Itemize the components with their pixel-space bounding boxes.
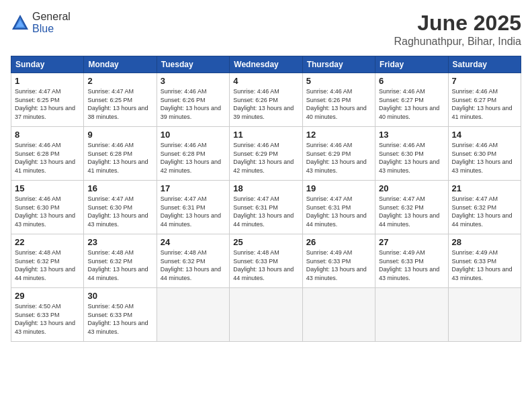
table-cell: 2 Sunrise: 4:47 AMSunset: 6:25 PMDayligh…	[84, 73, 157, 127]
day-number: 9	[87, 130, 152, 140]
day-number: 28	[452, 237, 517, 247]
table-cell: 23 Sunrise: 4:48 AMSunset: 6:32 PMDaylig…	[84, 234, 157, 288]
table-cell: 8 Sunrise: 4:46 AMSunset: 6:28 PMDayligh…	[11, 127, 84, 181]
day-number: 4	[233, 76, 298, 86]
col-saturday: Saturday	[448, 56, 521, 73]
logo-text: General Blue	[32, 11, 71, 35]
table-cell: 28 Sunrise: 4:49 AMSunset: 6:33 PMDaylig…	[448, 234, 521, 288]
col-tuesday: Tuesday	[157, 56, 229, 73]
day-info: Sunrise: 4:46 AMSunset: 6:28 PMDaylight:…	[87, 142, 148, 174]
day-info: Sunrise: 4:47 AMSunset: 6:31 PMDaylight:…	[161, 195, 221, 228]
day-info: Sunrise: 4:46 AMSunset: 6:26 PMDaylight:…	[161, 88, 221, 120]
day-info: Sunrise: 4:47 AMSunset: 6:32 PMDaylight:…	[379, 195, 439, 228]
title-block: June 2025 Raghunathpur, Bihar, India	[394, 11, 521, 48]
day-info: Sunrise: 4:49 AMSunset: 6:33 PMDaylight:…	[306, 249, 367, 281]
day-number: 2	[87, 76, 152, 86]
day-info: Sunrise: 4:50 AMSunset: 6:33 PMDaylight:…	[15, 303, 75, 335]
day-number: 15	[15, 183, 80, 193]
day-info: Sunrise: 4:46 AMSunset: 6:26 PMDaylight:…	[233, 88, 294, 120]
day-number: 3	[161, 76, 226, 86]
table-cell: 5 Sunrise: 4:46 AMSunset: 6:26 PMDayligh…	[302, 73, 375, 127]
col-wednesday: Wednesday	[230, 56, 302, 73]
day-info: Sunrise: 4:49 AMSunset: 6:33 PMDaylight:…	[379, 249, 439, 281]
table-cell: 12 Sunrise: 4:46 AMSunset: 6:29 PMDaylig…	[302, 127, 375, 181]
table-cell: 13 Sunrise: 4:46 AMSunset: 6:30 PMDaylig…	[375, 127, 448, 181]
day-info: Sunrise: 4:47 AMSunset: 6:25 PMDaylight:…	[15, 88, 75, 120]
table-cell: 7 Sunrise: 4:46 AMSunset: 6:27 PMDayligh…	[448, 73, 521, 127]
day-number: 26	[306, 237, 371, 247]
day-info: Sunrise: 4:46 AMSunset: 6:27 PMDaylight:…	[379, 88, 439, 120]
table-cell: 10 Sunrise: 4:46 AMSunset: 6:28 PMDaylig…	[157, 127, 229, 181]
table-cell: 22 Sunrise: 4:48 AMSunset: 6:32 PMDaylig…	[11, 234, 84, 288]
day-info: Sunrise: 4:48 AMSunset: 6:32 PMDaylight:…	[161, 249, 221, 281]
day-info: Sunrise: 4:46 AMSunset: 6:26 PMDaylight:…	[306, 88, 367, 120]
table-cell: 19 Sunrise: 4:47 AMSunset: 6:31 PMDaylig…	[302, 181, 375, 234]
day-number: 24	[161, 237, 226, 247]
day-info: Sunrise: 4:47 AMSunset: 6:32 PMDaylight:…	[452, 195, 513, 228]
day-info: Sunrise: 4:46 AMSunset: 6:28 PMDaylight:…	[161, 142, 221, 174]
logo-icon	[11, 13, 30, 32]
table-cell: 24 Sunrise: 4:48 AMSunset: 6:32 PMDaylig…	[157, 234, 229, 288]
day-info: Sunrise: 4:46 AMSunset: 6:27 PMDaylight:…	[452, 88, 513, 120]
day-info: Sunrise: 4:46 AMSunset: 6:30 PMDaylight:…	[452, 142, 513, 174]
table-cell: 29 Sunrise: 4:50 AMSunset: 6:33 PMDaylig…	[11, 288, 84, 342]
table-cell: 30 Sunrise: 4:50 AMSunset: 6:33 PMDaylig…	[84, 288, 157, 342]
table-cell: 20 Sunrise: 4:47 AMSunset: 6:32 PMDaylig…	[375, 181, 448, 234]
table-cell	[448, 288, 521, 342]
day-number: 19	[306, 183, 371, 193]
table-row: 15 Sunrise: 4:46 AMSunset: 6:30 PMDaylig…	[11, 181, 521, 234]
day-number: 29	[15, 291, 80, 301]
table-cell: 25 Sunrise: 4:48 AMSunset: 6:33 PMDaylig…	[230, 234, 302, 288]
day-info: Sunrise: 4:48 AMSunset: 6:32 PMDaylight:…	[15, 249, 75, 281]
header-row: Sunday Monday Tuesday Wednesday Thursday…	[11, 56, 521, 73]
calendar-page: General Blue June 2025 Raghunathpur, Bih…	[0, 0, 532, 411]
table-cell: 26 Sunrise: 4:49 AMSunset: 6:33 PMDaylig…	[302, 234, 375, 288]
table-row: 29 Sunrise: 4:50 AMSunset: 6:33 PMDaylig…	[11, 288, 521, 342]
day-info: Sunrise: 4:48 AMSunset: 6:33 PMDaylight:…	[233, 249, 294, 281]
col-monday: Monday	[84, 56, 157, 73]
day-info: Sunrise: 4:48 AMSunset: 6:32 PMDaylight:…	[87, 249, 148, 281]
table-cell: 17 Sunrise: 4:47 AMSunset: 6:31 PMDaylig…	[157, 181, 229, 234]
day-number: 11	[233, 130, 298, 140]
day-info: Sunrise: 4:47 AMSunset: 6:25 PMDaylight:…	[87, 88, 148, 120]
table-cell: 15 Sunrise: 4:46 AMSunset: 6:30 PMDaylig…	[11, 181, 84, 234]
header: General Blue June 2025 Raghunathpur, Bih…	[11, 11, 521, 48]
day-info: Sunrise: 4:46 AMSunset: 6:30 PMDaylight:…	[15, 195, 75, 228]
table-cell: 11 Sunrise: 4:46 AMSunset: 6:29 PMDaylig…	[230, 127, 302, 181]
table-row: 22 Sunrise: 4:48 AMSunset: 6:32 PMDaylig…	[11, 234, 521, 288]
day-number: 13	[379, 130, 444, 140]
day-number: 27	[379, 237, 444, 247]
location: Raghunathpur, Bihar, India	[394, 36, 521, 48]
table-cell	[230, 288, 302, 342]
day-number: 8	[15, 130, 80, 140]
table-cell	[302, 288, 375, 342]
day-info: Sunrise: 4:46 AMSunset: 6:29 PMDaylight:…	[306, 142, 367, 174]
table-cell: 1 Sunrise: 4:47 AMSunset: 6:25 PMDayligh…	[11, 73, 84, 127]
day-number: 17	[161, 183, 226, 193]
day-number: 22	[15, 237, 80, 247]
table-cell: 16 Sunrise: 4:47 AMSunset: 6:30 PMDaylig…	[84, 181, 157, 234]
day-info: Sunrise: 4:49 AMSunset: 6:33 PMDaylight:…	[452, 249, 513, 281]
day-number: 20	[379, 183, 444, 193]
table-row: 1 Sunrise: 4:47 AMSunset: 6:25 PMDayligh…	[11, 73, 521, 127]
logo: General Blue	[11, 11, 71, 35]
day-info: Sunrise: 4:47 AMSunset: 6:31 PMDaylight:…	[306, 195, 367, 228]
day-number: 12	[306, 130, 371, 140]
day-number: 16	[87, 183, 152, 193]
table-cell: 4 Sunrise: 4:46 AMSunset: 6:26 PMDayligh…	[230, 73, 302, 127]
table-row: 8 Sunrise: 4:46 AMSunset: 6:28 PMDayligh…	[11, 127, 521, 181]
day-number: 14	[452, 130, 517, 140]
col-friday: Friday	[375, 56, 448, 73]
table-cell: 18 Sunrise: 4:47 AMSunset: 6:31 PMDaylig…	[230, 181, 302, 234]
day-info: Sunrise: 4:46 AMSunset: 6:30 PMDaylight:…	[379, 142, 439, 174]
table-cell: 6 Sunrise: 4:46 AMSunset: 6:27 PMDayligh…	[375, 73, 448, 127]
calendar-table: Sunday Monday Tuesday Wednesday Thursday…	[11, 56, 521, 342]
day-number: 1	[15, 76, 80, 86]
col-thursday: Thursday	[302, 56, 375, 73]
day-number: 5	[306, 76, 371, 86]
table-cell: 3 Sunrise: 4:46 AMSunset: 6:26 PMDayligh…	[157, 73, 229, 127]
table-cell: 9 Sunrise: 4:46 AMSunset: 6:28 PMDayligh…	[84, 127, 157, 181]
logo-blue: Blue	[32, 23, 54, 34]
logo-general: General	[32, 11, 71, 22]
month-year: June 2025	[394, 11, 521, 36]
